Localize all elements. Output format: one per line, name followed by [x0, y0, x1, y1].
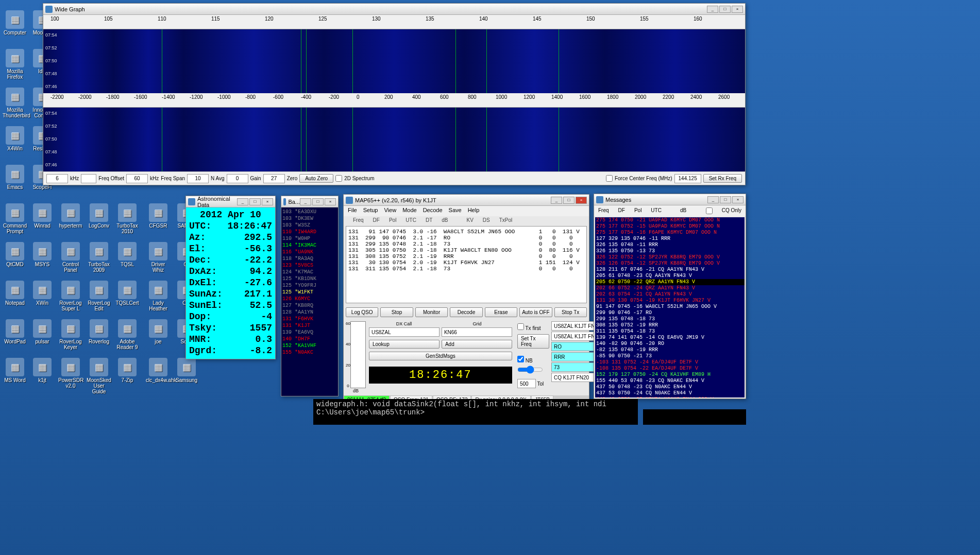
- desktop-icon[interactable]: ▦TQSL: [115, 242, 140, 267]
- desktop-icon[interactable]: ▦Emacs: [3, 165, 27, 190]
- desktop-icon[interactable]: ▦Notepad: [3, 281, 27, 306]
- 2d-spectrum-check[interactable]: [335, 175, 342, 182]
- desktop-icon[interactable]: ▦hyperterm: [58, 203, 83, 229]
- force-cf-input[interactable]: [674, 174, 701, 183]
- maximize-button[interactable]: □: [312, 198, 324, 205]
- stoptx-button[interactable]: Stop Tx: [554, 307, 587, 317]
- monitor-button[interactable]: Monitor: [415, 307, 448, 317]
- desktop-icon[interactable]: ▦TurboTax 2010: [115, 203, 140, 234]
- logqso-button[interactable]: Log QSO: [346, 307, 378, 317]
- khz-input[interactable]: [46, 174, 68, 183]
- desktop-icon[interactable]: ▦Samsung: [174, 358, 199, 383]
- desktop-icon[interactable]: ▦clc_dx4w.ahk: [146, 358, 171, 383]
- desktop-icon[interactable]: ▦Winrad: [30, 203, 55, 229]
- minimize-button[interactable]: _: [707, 196, 719, 203]
- desktop-icon[interactable]: ▦Adobe Reader 9: [115, 319, 140, 350]
- lookup-button[interactable]: Lookup: [369, 340, 440, 349]
- grid-input[interactable]: [442, 327, 512, 337]
- desktop-icon[interactable]: ▦MoonSked User Guide: [87, 358, 111, 394]
- gain-input[interactable]: [227, 174, 248, 183]
- close-button[interactable]: ×: [262, 198, 273, 205]
- force-cf-check[interactable]: [606, 175, 613, 182]
- desktop-icon[interactable]: ▦X4Win: [3, 126, 27, 151]
- waterfall-top[interactable]: 07:5407:5207:5007:4807:46: [43, 29, 745, 93]
- messages-list[interactable]: 275 174 0750 -21 UA9FAD K6MYC DM07 OOO N…: [595, 217, 745, 397]
- maximize-button[interactable]: □: [719, 6, 731, 13]
- window-title: Wide Graph: [55, 6, 707, 12]
- bands-list[interactable]: 103 *EA3DXU103 *DK3EW103 *W3SZ110 *IW4AR…: [281, 207, 338, 396]
- freq-span-input[interactable]: [126, 174, 148, 183]
- window-title: MAP65++ (v2.20, r546) by K1JT: [355, 197, 551, 203]
- stop-button[interactable]: Stop: [380, 307, 413, 317]
- navg-input[interactable]: [187, 174, 209, 183]
- map65-main-window: MAP65++ (v2.20, r546) by K1JT _□× FileSe…: [343, 194, 589, 405]
- maximize-button[interactable]: □: [563, 197, 575, 204]
- desktop-icon[interactable]: ▦Driver Whiz: [146, 242, 171, 273]
- set-tx-freq-button[interactable]: Set Tx Freq: [517, 334, 549, 349]
- desktop-icon[interactable]: ▦Command Prompt: [3, 203, 27, 234]
- close-button[interactable]: ×: [325, 198, 336, 205]
- maximize-button[interactable]: □: [249, 198, 261, 205]
- minimize-button[interactable]: _: [707, 6, 718, 13]
- desktop-icon[interactable]: ▦TQSLCert: [115, 281, 140, 306]
- desktop-icon[interactable]: ▦PowerSDR v2.0: [58, 358, 83, 389]
- controls-toolbar: kHz Freq Offset kHz Freq Span N Avg Gain…: [43, 171, 745, 185]
- app-icon: [346, 197, 353, 204]
- terminal-prompt: C:\Users\joe\map65\trunk>: [316, 408, 635, 417]
- menu-mode[interactable]: Mode: [402, 207, 417, 215]
- genstdmsgs-button[interactable]: GenStdMsgs: [369, 352, 512, 360]
- desktop-icon[interactable]: ▦TurboTax 2009: [87, 242, 111, 273]
- desktop-icon[interactable]: ▦MS Word: [3, 358, 27, 383]
- autozero-button[interactable]: Auto Zero: [299, 174, 333, 183]
- desktop-icon[interactable]: ▦7-Zip: [115, 358, 140, 383]
- desktop-icon[interactable]: ▦MSYS: [30, 242, 55, 267]
- desktop-icon[interactable]: ▦LogConv: [87, 203, 111, 229]
- desktop-icon[interactable]: ▦CFGSR: [146, 203, 171, 229]
- terminal[interactable]: widegraph.h: void dataSink2(float s[], i…: [313, 399, 638, 425]
- cq-only-check[interactable]: [706, 207, 713, 214]
- menu-file[interactable]: File: [348, 207, 357, 215]
- desktop-icon[interactable]: ▦k1jt: [30, 358, 55, 383]
- close-button[interactable]: ×: [732, 196, 744, 203]
- desktop-icon[interactable]: ▦QtCMD: [3, 242, 27, 267]
- menu-view[interactable]: View: [384, 207, 396, 215]
- close-button[interactable]: ×: [576, 197, 587, 204]
- auto-button[interactable]: Auto is OFF: [519, 307, 552, 317]
- set-rx-freq-button[interactable]: Set Rx Freq: [703, 174, 742, 183]
- menu-decode[interactable]: Decode: [423, 207, 443, 215]
- desktop-icon[interactable]: ▦RoverLog Super L: [58, 281, 83, 311]
- desktop-icon[interactable]: ▦RoverLog Edit: [87, 281, 111, 311]
- waterfall-bottom[interactable]: 07:5407:5207:5007:4807:46: [43, 108, 745, 171]
- desktop-icon[interactable]: ▦Computer: [3, 10, 27, 36]
- freq-offset-input[interactable]: [81, 174, 96, 183]
- nb-check[interactable]: [517, 356, 524, 362]
- desktop-icon[interactable]: ▦XWin: [30, 281, 55, 306]
- desktop-icon[interactable]: ▦joe: [146, 319, 171, 344]
- menu-save[interactable]: Save: [449, 207, 462, 215]
- desktop-icon[interactable]: ▦Mozilla Thunderbird: [3, 88, 27, 118]
- dx-call-input[interactable]: [369, 327, 440, 337]
- minimize-button[interactable]: _: [551, 197, 562, 204]
- minimize-button[interactable]: _: [300, 198, 311, 205]
- decode-button[interactable]: Decode: [450, 307, 482, 317]
- desktop-icon[interactable]: ▦Control Panel: [58, 242, 83, 273]
- menu-help[interactable]: Help: [468, 207, 480, 215]
- zero-input[interactable]: [263, 174, 285, 183]
- nb-slider[interactable]: [517, 366, 543, 374]
- maximize-button[interactable]: □: [720, 196, 731, 203]
- terminal-2[interactable]: [643, 409, 746, 425]
- tx-first-check[interactable]: [517, 323, 524, 330]
- desktop-icon[interactable]: ▦RoverLog Keyer: [58, 319, 83, 350]
- desktop-icon[interactable]: ▦Lady Heather: [146, 281, 171, 311]
- tol-input[interactable]: [517, 379, 536, 388]
- close-button[interactable]: ×: [732, 6, 743, 13]
- menu-setup[interactable]: Setup: [363, 207, 378, 215]
- desktop-icon[interactable]: ▦pulsar: [30, 319, 55, 344]
- desktop-icon[interactable]: ▦Mozilla Firefox: [3, 49, 27, 80]
- decode-text[interactable]: 131 91 147 0745 3.0 -16 WA8CLT S52LM JN6…: [346, 226, 587, 303]
- desktop-icon[interactable]: ▦Roverlog: [87, 319, 111, 344]
- erase-button[interactable]: Erase: [485, 307, 517, 317]
- minimize-button[interactable]: _: [237, 198, 248, 205]
- desktop-icon[interactable]: ▦WordPad: [3, 319, 27, 344]
- add-button[interactable]: Add: [442, 340, 512, 349]
